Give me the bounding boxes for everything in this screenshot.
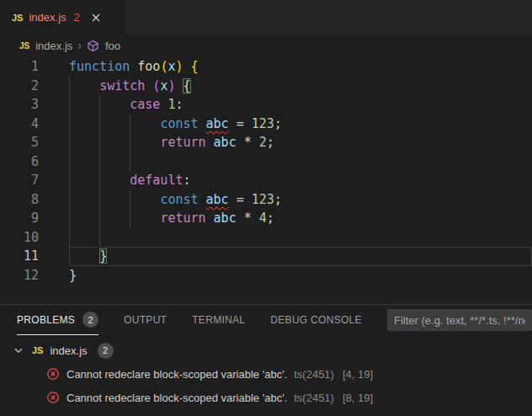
indent-guide [69, 209, 70, 228]
line-number[interactable]: 2 [0, 77, 39, 96]
indent-guide [69, 190, 70, 210]
code-token: return [160, 211, 205, 226]
line-number[interactable]: 10 [0, 228, 39, 248]
problem-position: [4, 19] [343, 368, 373, 381]
code-line[interactable]: 5 return abc * 2; [0, 133, 532, 152]
code-line[interactable]: 1function foo(x) { [0, 57, 532, 77]
problem-source: ts(2451) [294, 368, 334, 381]
code-token: } [69, 268, 77, 283]
tab-label: index.js [29, 11, 66, 24]
panel-tab-terminal[interactable]: TERMINAL [192, 305, 245, 335]
code-editor[interactable]: 1function foo(x) {2 switch (x) {3 case 1… [0, 56, 532, 304]
panel-tab-label: TERMINAL [192, 314, 245, 326]
indent-guide [130, 133, 130, 152]
indent-guide [99, 209, 100, 228]
code-token: switch [99, 78, 145, 93]
breadcrumb-symbol[interactable]: foo [105, 40, 120, 52]
code-line-content [69, 228, 532, 248]
code-token: : [175, 97, 183, 112]
indent-guide [99, 115, 100, 134]
panel-tab-debug-console[interactable]: DEBUG CONSOLE [270, 305, 362, 335]
panel-tab-badge: 2 [82, 312, 98, 328]
tab-error-count: 2 [74, 11, 80, 24]
problem-row[interactable]: Cannot redeclare block-scoped variable '… [0, 386, 532, 409]
code-token: * [237, 135, 259, 150]
problems-group-file: index.js [50, 344, 87, 357]
problems-filter-input[interactable] [387, 309, 532, 331]
error-icon [46, 367, 60, 381]
indent-guide [69, 152, 70, 172]
code-token: ; [267, 211, 274, 226]
js-file-icon: JS [19, 41, 29, 51]
close-icon[interactable] [88, 9, 104, 26]
code-line-content: default: [69, 171, 532, 190]
problem-source: ts(2451) [294, 392, 334, 404]
code-token: abc [206, 192, 229, 207]
code-token: abc [206, 116, 229, 131]
code-line[interactable]: 10 [0, 228, 532, 248]
line-number[interactable]: 4 [0, 115, 39, 134]
indent-guide [130, 190, 130, 210]
code-token [69, 248, 99, 264]
code-token [145, 78, 152, 93]
code-token [183, 59, 190, 74]
breadcrumb: JS index.js › foo [0, 35, 532, 56]
indent-guide [69, 77, 70, 96]
indent-guide [69, 133, 70, 152]
panel-tab-label: OUTPUT [124, 314, 167, 326]
tab-index-js[interactable]: JS index.js 2 [0, 0, 125, 35]
code-token: 4 [259, 211, 267, 226]
code-line[interactable]: 12} [0, 266, 532, 285]
code-token [69, 116, 160, 131]
code-line[interactable]: 4 const abc = 123; [0, 115, 532, 134]
code-token [69, 192, 160, 207]
code-token: abc [214, 135, 237, 150]
code-line[interactable]: 7 default: [0, 171, 532, 190]
line-number[interactable]: 5 [0, 133, 39, 152]
indent-guide [69, 95, 70, 115]
problem-row[interactable]: Cannot redeclare block-scoped variable '… [0, 362, 532, 386]
code-line[interactable]: 3 case 1: [0, 95, 532, 115]
code-token: default [130, 173, 183, 188]
code-line-content: const abc = 123; [69, 190, 532, 210]
indent-guide [99, 152, 100, 172]
code-token: ; [274, 192, 282, 207]
code-token [130, 59, 137, 74]
chevron-down-icon[interactable] [12, 344, 25, 357]
code-line[interactable]: 8 const abc = 123; [0, 190, 532, 210]
problems-list: JS index.js 2 Cannot redeclare block-sco… [0, 339, 532, 409]
panel-tab-label: DEBUG CONSOLE [270, 314, 362, 326]
panel-tab-label: PROBLEMS [17, 314, 75, 326]
js-file-icon: JS [12, 13, 23, 23]
breadcrumb-file[interactable]: index.js [35, 40, 72, 52]
bottom-panel: PROBLEMS2OUTPUTTERMINALDEBUG CONSOLE JS … [0, 304, 532, 415]
code-line[interactable]: 9 return abc * 4; [0, 209, 532, 228]
symbol-method-icon [87, 40, 99, 52]
line-number[interactable]: 12 [0, 266, 39, 285]
line-number[interactable]: 9 [0, 209, 39, 228]
code-token: const [160, 116, 198, 131]
code-line[interactable]: 6 [0, 152, 532, 172]
problems-group-row[interactable]: JS index.js 2 [0, 339, 532, 362]
code-token: function [69, 59, 130, 74]
line-number[interactable]: 11 [0, 247, 39, 266]
line-number[interactable]: 1 [0, 57, 39, 77]
code-token: ; [274, 116, 282, 131]
code-token: return [160, 135, 205, 150]
panel-tab-output[interactable]: OUTPUT [124, 305, 167, 335]
panel-tab-problems[interactable]: PROBLEMS2 [17, 305, 98, 335]
editor-tab-bar: JS index.js 2 [0, 0, 532, 35]
code-token [206, 211, 214, 226]
line-number[interactable]: 8 [0, 190, 39, 210]
indent-guide [130, 115, 130, 134]
code-token: const [160, 192, 198, 207]
line-number[interactable]: 6 [0, 152, 39, 172]
problem-message: Cannot redeclare block-scoped variable '… [66, 392, 287, 404]
code-token [199, 192, 206, 207]
indent-guide [69, 228, 70, 248]
code-line[interactable]: 11 } [0, 247, 532, 266]
line-number[interactable]: 3 [0, 95, 39, 115]
code-token [69, 211, 160, 226]
line-number[interactable]: 7 [0, 171, 39, 190]
code-line[interactable]: 2 switch (x) { [0, 77, 532, 96]
